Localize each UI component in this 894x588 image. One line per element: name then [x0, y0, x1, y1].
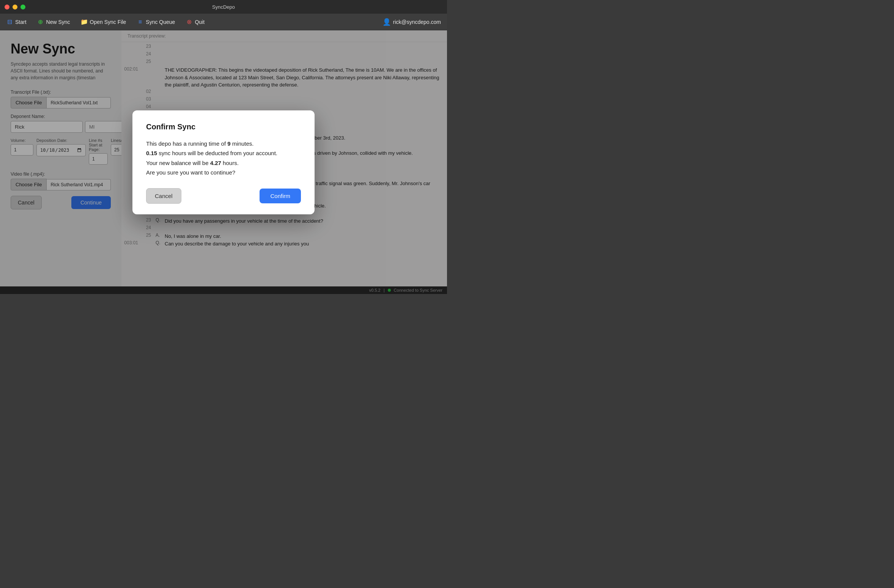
app-title: SyncDepo — [212, 4, 235, 10]
modal-actions: Cancel Confirm — [146, 188, 301, 204]
modal-line1-suffix: minutes. — [231, 140, 254, 147]
modal-overlay: Confirm Sync This depo has a running tim… — [0, 30, 447, 294]
title-bar: SyncDepo — [0, 0, 447, 14]
modal-sync-hours: 0.15 — [146, 150, 157, 156]
folder-icon: 📁 — [81, 19, 88, 25]
modal-running-time: 9 — [227, 140, 230, 147]
modal-new-balance: 4.27 — [210, 160, 221, 166]
menu-item-sync-queue-label: Sync Queue — [146, 19, 175, 25]
menu-item-new-sync[interactable]: ⊕ New Sync — [37, 19, 70, 25]
modal-line3-prefix: Your new balance will be — [146, 160, 210, 166]
menu-item-start[interactable]: ⊟ Start — [6, 19, 27, 25]
close-button[interactable] — [5, 5, 9, 9]
modal-body: This depo has a running time of 9 minute… — [146, 139, 301, 178]
window-controls[interactable] — [5, 5, 25, 9]
menu-item-sync-queue[interactable]: ≡ Sync Queue — [137, 19, 175, 25]
list-icon: ≡ — [137, 19, 143, 25]
user-icon: 👤 — [382, 18, 391, 26]
start-icon: ⊟ — [6, 19, 13, 25]
menu-item-open-sync-file-label: Open Sync File — [90, 19, 126, 25]
menu-item-quit-label: Quit — [195, 19, 205, 25]
modal-line3-suffix: hours. — [221, 160, 239, 166]
modal-title: Confirm Sync — [146, 123, 301, 131]
modal-line2-suffix: sync hours will be deducted from your ac… — [157, 150, 277, 156]
main-content: New Sync Syncdepo accepts standard legal… — [0, 30, 447, 294]
user-account[interactable]: 👤 rick@syncdepo.com — [382, 18, 441, 26]
maximize-button[interactable] — [20, 5, 25, 9]
modal-cancel-button[interactable]: Cancel — [146, 188, 181, 204]
menu-item-start-label: Start — [15, 19, 27, 25]
menu-item-new-sync-label: New Sync — [46, 19, 70, 25]
modal-line1-prefix: This depo has a running time of — [146, 140, 227, 147]
menu-item-quit[interactable]: ⊗ Quit — [186, 19, 205, 25]
menu-item-open-sync-file[interactable]: 📁 Open Sync File — [81, 19, 126, 25]
user-email: rick@syncdepo.com — [393, 19, 441, 25]
confirm-sync-modal: Confirm Sync This depo has a running tim… — [132, 110, 315, 214]
modal-confirm-button[interactable]: Confirm — [260, 189, 301, 203]
menu-bar: ⊟ Start ⊕ New Sync 📁 Open Sync File ≡ Sy… — [0, 14, 447, 30]
minimize-button[interactable] — [13, 5, 17, 9]
quit-icon: ⊗ — [186, 19, 192, 25]
new-sync-icon: ⊕ — [37, 19, 44, 25]
modal-line4: Are you sure you want to continue? — [146, 169, 235, 176]
